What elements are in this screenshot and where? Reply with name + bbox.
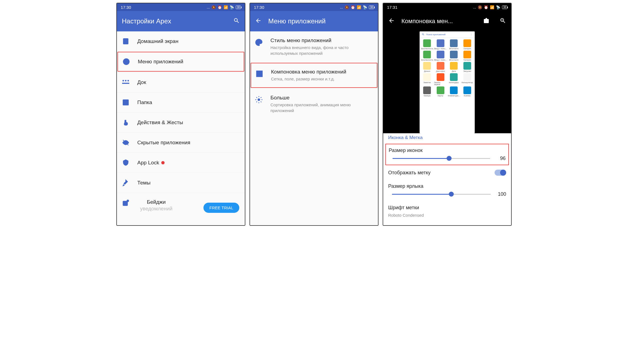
app-title: Компоновка мен... xyxy=(401,18,476,25)
item-label: Бейджи xyxy=(140,199,173,205)
more-item[interactable]: Больше Сортировка приложений, анимация м… xyxy=(250,88,378,119)
preview-app: ВКонтакте xyxy=(447,39,460,50)
item-label: Домашний экран xyxy=(137,38,178,44)
preview-app: Запись экрана xyxy=(434,73,447,85)
status-bar: 17:30 ... 🔕 ⏰ 📶 📡 38 xyxy=(117,3,245,11)
signal-icon: 📶 xyxy=(490,5,494,9)
label-size-row[interactable]: Размер ярлыка 100 xyxy=(383,180,511,201)
setting-label: Размер иконок xyxy=(389,148,506,153)
svg-point-5 xyxy=(127,61,128,62)
export-icon[interactable] xyxy=(483,17,490,25)
status-bar: 17:30 ... 🔕 ⏰ 📶 📡 38 xyxy=(250,3,378,11)
svg-rect-1 xyxy=(124,39,127,44)
status-icons: ... 🔕 ⏰ 📶 📡 38 xyxy=(473,5,507,9)
label-size-slider[interactable] xyxy=(392,194,491,195)
preview-app: Безопасность xyxy=(421,39,434,50)
svg-point-15 xyxy=(127,101,127,102)
screen-apex-settings: 17:30 ... 🔕 ⏰ 📶 📡 38 Настройки Apex Дома… xyxy=(116,3,245,226)
preview-app: Ввод с помо... xyxy=(434,39,447,50)
font-row[interactable]: Шрифт метки Roboto Condensed xyxy=(383,201,511,221)
dock-icon xyxy=(122,78,130,86)
mute-icon: 🔕 xyxy=(478,5,482,9)
app-lock-item[interactable]: App Lock xyxy=(117,153,245,173)
svg-point-7 xyxy=(126,62,127,63)
settings-list: Стиль меню приложений Настройка внешнего… xyxy=(250,31,378,225)
item-sub: Настройка внешнего вида, фона и часто ис… xyxy=(270,45,373,56)
svg-point-20 xyxy=(125,162,126,163)
section-header: Иконка & Метка xyxy=(383,133,511,143)
preview-search: Поиск приложений ⋮ xyxy=(420,31,475,38)
show-label-row[interactable]: Отображать метку xyxy=(383,166,511,180)
battery-icon: 38 xyxy=(502,6,507,9)
wifi-icon: 📡 xyxy=(496,5,500,9)
setting-label: Отображать метку xyxy=(388,170,431,176)
status-time: 17:31 xyxy=(387,5,398,10)
preview-app: Заметки xyxy=(421,73,434,85)
mute-icon: 🔕 xyxy=(345,5,349,9)
search-icon[interactable] xyxy=(233,17,240,25)
folder-icon xyxy=(122,99,130,106)
wifi-icon: 📡 xyxy=(230,5,234,9)
preview-app: Деньги xyxy=(421,62,434,72)
svg-rect-12 xyxy=(122,83,129,84)
gestures-item[interactable]: Действия & Жесты xyxy=(117,112,245,132)
item-label: Док xyxy=(137,79,146,85)
setting-label: Шрифт метки xyxy=(388,205,506,211)
preview-app: Загрузки xyxy=(461,62,474,72)
svg-point-6 xyxy=(125,62,125,63)
back-icon[interactable] xyxy=(388,17,395,25)
svg-point-23 xyxy=(127,200,129,202)
hidden-apps-item[interactable]: Скрытые приложения xyxy=(117,132,245,153)
app-menu-item[interactable]: Меню приложений xyxy=(117,52,244,72)
item-sub: Сетка, поле, размер иконки и.т.д. xyxy=(271,76,372,82)
svg-point-3 xyxy=(125,61,125,62)
themes-item[interactable]: Темы xyxy=(117,173,245,193)
svg-point-4 xyxy=(126,61,127,62)
preview-app: Галерея xyxy=(461,39,474,50)
zoom-icon[interactable] xyxy=(500,17,506,25)
slider-value: 96 xyxy=(495,156,506,161)
svg-point-25 xyxy=(258,40,259,41)
dock-item[interactable]: Док xyxy=(117,72,245,92)
toggle-switch[interactable] xyxy=(495,170,506,176)
lock-icon xyxy=(122,159,130,167)
status-time: 17:30 xyxy=(121,5,131,10)
item-label: Компоновка меню приложений xyxy=(271,69,372,75)
icon-size-row[interactable]: Размер иконок 96 xyxy=(385,144,509,165)
layout-item[interactable]: Компоновка меню приложений Сетка, поле, … xyxy=(251,63,377,88)
item-label2: уведомлений xyxy=(140,206,173,212)
item-label: Меню приложений xyxy=(138,59,183,65)
preview-grid: БезопасностьВвод с помо...ВКонтактеГалер… xyxy=(420,38,475,98)
app-bar: Меню приложений xyxy=(250,11,378,31)
svg-point-14 xyxy=(124,101,125,102)
preview-app: Камера xyxy=(421,86,434,97)
svg-point-17 xyxy=(127,103,127,104)
folder-item[interactable]: Папка xyxy=(117,92,245,112)
screen-layout: 17:31 ... 🔕 ⏰ 📶 📡 38 Компоновка мен... П… xyxy=(383,3,512,226)
preview-app: Калькулятор xyxy=(461,73,474,85)
preview-app: Календарь xyxy=(447,73,460,85)
hidden-icon xyxy=(122,139,130,146)
home-screen-item[interactable]: Домашний экран xyxy=(117,31,245,51)
preview-area: Поиск приложений ⋮ БезопасностьВвод с по… xyxy=(383,31,511,133)
dots-icon: ... xyxy=(340,5,343,9)
item-label: Больше xyxy=(270,95,373,101)
style-item[interactable]: Стиль меню приложений Настройка внешнего… xyxy=(250,31,378,62)
svg-rect-11 xyxy=(128,80,129,81)
preview-app: Карты xyxy=(434,86,447,97)
slider-value: 100 xyxy=(495,191,506,197)
app-bar: Компоновка мен... xyxy=(383,11,511,31)
icon-size-slider[interactable] xyxy=(393,158,490,159)
badges-item[interactable]: Бейджи уведомлений FREE TRIAL xyxy=(117,193,245,212)
preview-app: Безопасность xyxy=(421,51,434,61)
svg-point-32 xyxy=(258,99,260,101)
preview-app: Ввод с помо... xyxy=(434,51,447,61)
free-trial-button[interactable]: FREE TRIAL xyxy=(203,203,239,213)
back-icon[interactable] xyxy=(255,17,262,25)
alarm-icon: ⏰ xyxy=(484,5,488,9)
svg-rect-9 xyxy=(123,80,124,81)
svg-point-16 xyxy=(124,103,125,104)
badge-icon xyxy=(122,199,130,207)
item-label: Темы xyxy=(137,180,151,186)
apps-icon xyxy=(122,58,130,66)
